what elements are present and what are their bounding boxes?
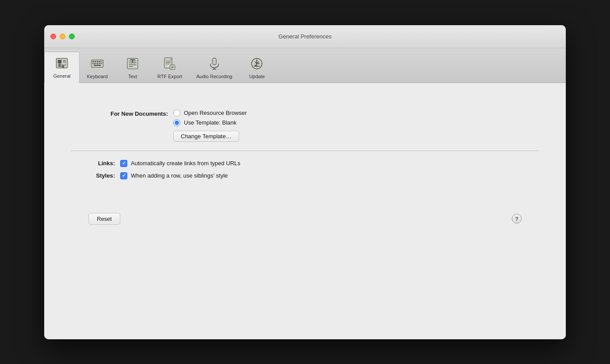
keyboard-icon <box>89 55 106 72</box>
radio-inner-dot <box>175 121 179 125</box>
styles-checkbox-text: When adding a row, use siblings' style <box>131 172 228 179</box>
tab-rtf-export-label: RTF Export <box>157 74 182 79</box>
svg-point-6 <box>58 64 61 66</box>
svg-rect-9 <box>92 61 94 62</box>
tab-general-label: General <box>53 73 70 79</box>
links-row: Links: ✓ Automatically create links from… <box>71 160 539 167</box>
general-icon <box>53 55 70 72</box>
svg-rect-17 <box>99 63 100 64</box>
styles-label: Styles: <box>71 172 115 179</box>
radio-use-template[interactable]: Use Template: Blank <box>173 119 247 126</box>
text-icon <box>124 55 141 72</box>
tab-general[interactable]: General <box>44 52 80 83</box>
close-button[interactable] <box>50 34 56 39</box>
radio-use-template-input[interactable] <box>173 119 180 126</box>
svg-rect-11 <box>97 61 98 62</box>
reset-button[interactable]: Reset <box>88 213 120 225</box>
svg-rect-19 <box>94 64 101 66</box>
minimize-button[interactable] <box>60 34 65 39</box>
links-checkmark: ✓ <box>122 161 126 166</box>
maximize-button[interactable] <box>69 34 75 39</box>
content-area: For New Documents: Open Resource Browser… <box>44 83 566 339</box>
tab-keyboard[interactable]: Keyboard <box>80 53 115 83</box>
checkbox-section: Links: ✓ Automatically create links from… <box>71 160 539 179</box>
svg-rect-14 <box>92 63 94 64</box>
tab-update[interactable]: Update <box>239 53 274 83</box>
svg-rect-13 <box>101 61 102 62</box>
styles-checkmark: ✓ <box>122 173 126 178</box>
svg-rect-15 <box>94 63 95 64</box>
tab-text[interactable]: Text <box>115 53 150 83</box>
toolbar: General Keyboa <box>44 48 566 83</box>
tab-audio-recording-label: Audio Recording <box>196 74 232 79</box>
for-new-documents-label: For New Documents: <box>71 110 168 117</box>
styles-checkbox[interactable]: ✓ <box>120 172 127 179</box>
help-button[interactable]: ? <box>512 214 522 224</box>
tab-update-label: Update <box>249 74 265 79</box>
links-label: Links: <box>71 160 115 167</box>
tab-audio-recording[interactable]: Audio Recording <box>189 53 239 83</box>
svg-point-7 <box>62 65 64 68</box>
svg-rect-1 <box>58 60 61 63</box>
radio-open-resource-browser[interactable]: Open Resource Browser <box>173 110 247 117</box>
radio-open-resource-browser-input[interactable] <box>173 110 180 117</box>
styles-row: Styles: ✓ When adding a row, use sibling… <box>71 172 539 179</box>
title-bar: General Preferences <box>44 25 566 48</box>
update-icon <box>248 55 265 72</box>
svg-rect-16 <box>96 63 98 64</box>
svg-rect-10 <box>95 61 96 62</box>
svg-rect-18 <box>101 63 102 64</box>
audio-recording-icon <box>206 55 223 72</box>
links-checkbox-text: Automatically create links from typed UR… <box>131 160 240 167</box>
rtf-export-icon <box>161 55 178 72</box>
section-divider <box>71 151 539 151</box>
bottom-bar: Reset ? <box>71 206 539 232</box>
traffic-lights <box>50 34 75 39</box>
svg-rect-35 <box>212 58 216 64</box>
tab-text-label: Text <box>128 74 137 79</box>
links-checkbox[interactable]: ✓ <box>120 160 127 167</box>
window-title: General Preferences <box>278 33 332 40</box>
change-template-button[interactable]: Change Template… <box>173 131 239 142</box>
svg-rect-12 <box>99 61 100 62</box>
svg-rect-26 <box>132 59 133 62</box>
tab-keyboard-label: Keyboard <box>87 74 107 79</box>
radio-open-resource-browser-label: Open Resource Browser <box>184 110 247 116</box>
tab-rtf-export[interactable]: RTF Export <box>150 53 189 83</box>
preferences-window: General Preferences General <box>44 25 566 339</box>
radio-use-template-label: Use Template: Blank <box>184 119 236 126</box>
radio-options: Open Resource Browser Use Template: Blan… <box>173 110 247 126</box>
for-new-documents-section: For New Documents: Open Resource Browser… <box>71 110 539 126</box>
